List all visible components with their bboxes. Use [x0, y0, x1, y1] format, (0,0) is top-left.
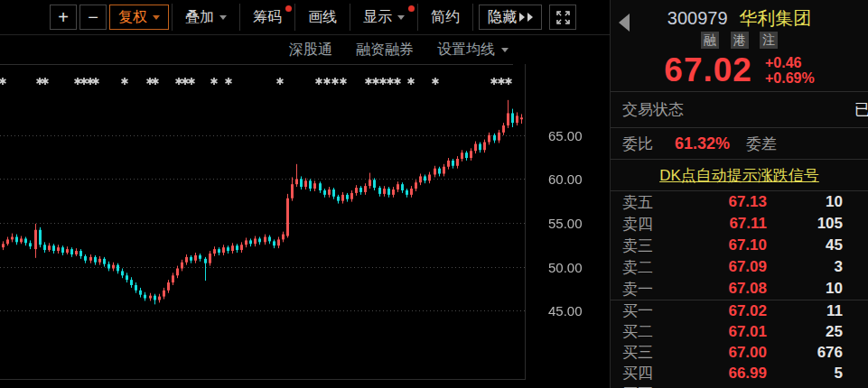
weicha-label: 委差 — [746, 134, 777, 154]
bid-row-2[interactable]: 买二 67.01 25 — [611, 321, 868, 342]
ask-row-2[interactable]: 卖二 67.09 3 — [611, 256, 868, 278]
sz-connect-toggle[interactable]: 深股通 — [289, 41, 332, 60]
bid-label: 买四 — [622, 363, 672, 383]
ask-label: 卖四 — [622, 214, 672, 235]
quote-panel: 300979 华利集团 融 港 注 67.02 +0.46 +0.69% 交易状… — [610, 0, 868, 388]
adjust-price-button[interactable]: 复权 — [109, 5, 169, 30]
notification-dot-icon — [285, 5, 292, 12]
change-amount: +0.46 — [765, 55, 801, 70]
chevron-down-icon — [153, 15, 160, 20]
ask-price: 67.10 — [672, 236, 767, 254]
zoom-out-button[interactable]: − — [79, 5, 107, 30]
ask-volume: 10 — [767, 193, 868, 211]
bid-price: 67.01 — [672, 323, 767, 341]
stock-name: 华利集团 — [739, 8, 811, 28]
ask-label: 卖五 — [622, 192, 672, 213]
registered-tag: 注 — [760, 32, 778, 49]
draw-line-button[interactable]: 画线 — [295, 4, 350, 31]
bid-book: 买一 67.02 11 买二 67.01 25 买三 67.00 676 买四 … — [611, 300, 868, 388]
simple-mode-button[interactable]: 简约 — [418, 4, 473, 31]
stock-code: 300979 — [667, 8, 728, 28]
draw-line-label: 画线 — [308, 8, 337, 27]
ask-label: 卖二 — [622, 257, 672, 278]
bid-label: 买五 — [622, 383, 672, 388]
bid-row-3[interactable]: 买三 67.00 676 — [611, 342, 868, 363]
bid-volume: 6 — [767, 385, 868, 388]
dk-signal-link[interactable]: DK点自动提示涨跌信号 — [659, 165, 819, 186]
margin-trading-toggle[interactable]: 融资融券 — [356, 41, 414, 60]
collapse-panel-chevron-left-icon[interactable] — [619, 14, 630, 32]
stock-title: 300979 华利集团 — [611, 0, 868, 30]
display-button[interactable]: 显示 — [350, 4, 418, 31]
change-percent: +0.69% — [765, 70, 815, 86]
double-arrow-right-icon — [527, 13, 533, 22]
ask-row-3[interactable]: 卖三 67.10 45 — [611, 235, 868, 256]
overlay-label: 叠加 — [185, 8, 214, 27]
ask-volume: 10 — [767, 280, 868, 298]
bid-volume: 676 — [767, 344, 868, 362]
ma-setting-button[interactable]: 设置均线 — [437, 41, 509, 60]
weibi-label: 委比 — [622, 134, 653, 154]
app-window: + − 复权 叠加 筹码 画线 显示 简约 — [0, 0, 868, 388]
ask-label: 卖三 — [622, 236, 672, 256]
ask-price: 67.09 — [672, 258, 767, 276]
chips-label: 筹码 — [253, 8, 282, 27]
chevron-down-icon — [397, 15, 405, 20]
weibi-value: 61.32% — [675, 134, 730, 153]
fullscreen-icon — [556, 11, 570, 24]
chart-subbar: 深股通 融资融券 设置均线 — [0, 35, 610, 64]
hide-label: 隐藏 — [488, 8, 517, 27]
chevron-down-icon — [501, 48, 509, 52]
ask-row-1[interactable]: 卖一 67.08 10 — [611, 278, 868, 300]
dk-signal-row: DK点自动提示涨跌信号 — [611, 160, 868, 190]
kline-plot-area — [0, 64, 610, 387]
ask-volume: 3 — [767, 258, 868, 276]
double-arrow-right-icon — [519, 13, 525, 22]
hide-button[interactable]: 隐藏 — [479, 5, 542, 30]
ask-row-5[interactable]: 卖五 67.13 10 — [611, 191, 868, 213]
bid-price: 67.00 — [672, 344, 767, 362]
ask-price: 67.11 — [672, 215, 767, 233]
margin-tag: 融 — [701, 32, 719, 49]
sz-connect-label: 深股通 — [289, 41, 332, 60]
bid-volume: 11 — [767, 302, 868, 320]
price-block: 67.02 +0.46 +0.69% — [611, 49, 868, 91]
bid-price: 67.02 — [672, 302, 767, 320]
margin-trading-label: 融资融券 — [356, 41, 414, 60]
chevron-down-icon — [219, 15, 227, 20]
bid-row-4[interactable]: 买四 66.99 5 — [611, 363, 868, 383]
bid-label: 买一 — [622, 300, 672, 321]
simple-mode-label: 简约 — [431, 8, 460, 27]
bid-volume: 5 — [767, 365, 868, 383]
ask-price: 67.08 — [672, 280, 767, 298]
trade-status-label: 交易状态 — [622, 99, 684, 120]
bid-label: 买二 — [622, 321, 672, 342]
chart-toolbar: + − 复权 叠加 筹码 画线 显示 简约 — [0, 0, 610, 35]
ask-row-4[interactable]: 卖四 67.11 105 — [611, 213, 868, 235]
display-label: 显示 — [363, 8, 392, 27]
fullscreen-button[interactable] — [549, 5, 576, 30]
price-change: +0.46 +0.69% — [765, 55, 815, 86]
notification-dot-icon — [408, 5, 415, 12]
bid-row-5[interactable]: 买五 66.98 6 — [611, 383, 868, 388]
ask-book: 卖五 67.13 10 卖四 67.11 105 卖三 67.10 45 卖二 … — [611, 191, 868, 300]
bid-row-1[interactable]: 买一 67.02 11 — [611, 300, 868, 321]
adjust-price-label: 复权 — [118, 8, 147, 27]
hk-connect-tag: 港 — [731, 32, 749, 49]
bid-price: 66.99 — [672, 365, 767, 383]
ask-label: 卖一 — [622, 279, 672, 300]
ask-volume: 45 — [767, 236, 868, 254]
ask-volume: 105 — [767, 215, 868, 233]
trade-status-value: 已收盘 — [854, 99, 868, 120]
chips-button[interactable]: 筹码 — [240, 4, 295, 31]
weibi-row: 委比 61.32% 委差 — [611, 128, 868, 159]
bid-price: 66.98 — [672, 385, 767, 388]
overlay-button[interactable]: 叠加 — [172, 4, 240, 31]
zoom-in-button[interactable]: + — [50, 5, 77, 30]
ma-setting-label: 设置均线 — [437, 41, 495, 60]
chart-pane: + − 复权 叠加 筹码 画线 显示 简约 — [0, 0, 610, 388]
ask-price: 67.13 — [672, 193, 767, 211]
bid-volume: 25 — [767, 323, 868, 341]
last-price: 67.02 — [664, 51, 752, 89]
kline-chart[interactable] — [0, 64, 610, 387]
